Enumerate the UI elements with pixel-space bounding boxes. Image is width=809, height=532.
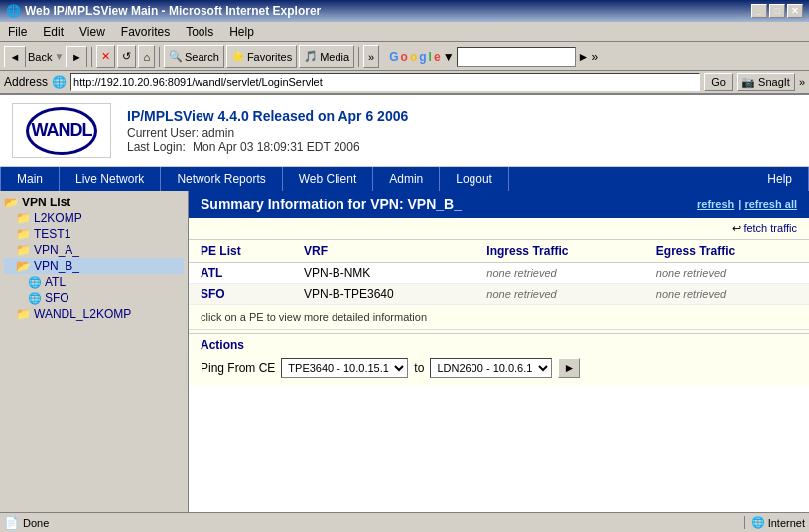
main-content: 📂 VPN List 📁 L2KOMP 📁 TEST1 📁 VPN_A_ 📂 V… (0, 191, 809, 512)
window-title: Web IP/MPLSView Main - Microsoft Interne… (25, 4, 321, 18)
zone-icon: 🌐 (751, 516, 765, 529)
refresh-all-link[interactable]: refresh all (744, 199, 797, 210)
sidebar: 📂 VPN List 📁 L2KOMP 📁 TEST1 📁 VPN_A_ 📂 V… (0, 191, 189, 512)
sidebar-item-l2komp[interactable]: 📁 L2KOMP (4, 210, 184, 226)
home-button[interactable]: ⌂ (138, 45, 155, 68)
sidebar-item-atl[interactable]: 🌐 ATL (4, 274, 184, 290)
nav-bar: Main Live Network Network Reports Web Cl… (0, 167, 809, 191)
refresh-button[interactable]: ↺ (117, 45, 136, 68)
last-login-row: Last Login: Mon Apr 03 18:09:31 EDT 2006 (127, 140, 408, 154)
nav-web-client[interactable]: Web Client (283, 167, 373, 191)
menu-favorites[interactable]: Favorites (117, 25, 174, 39)
vrf-sfo: VPN-B-TPE3640 (292, 284, 474, 305)
app-header: WANDL IP/MPLSView 4.4.0 Released on Apr … (0, 95, 809, 167)
atl-label: ATL (45, 275, 66, 289)
sidebar-item-vpn-a[interactable]: 📁 VPN_A_ (4, 242, 184, 258)
folder-icon-4: 📁 (16, 307, 31, 321)
table-row: ATL VPN-B-NMK none retrieved none retrie… (189, 263, 809, 284)
pe-sfo-link[interactable]: SFO (201, 287, 225, 301)
menu-tools[interactable]: Tools (182, 25, 217, 39)
refresh-icon: ↺ (122, 50, 131, 63)
back-arrow-icon: ▼ (54, 51, 64, 62)
options-icon[interactable]: » (799, 76, 805, 88)
folder-icon-2: 📁 (16, 227, 31, 241)
search-button[interactable]: 🔍 Search (164, 45, 224, 68)
sidebar-item-test1[interactable]: 📁 TEST1 (4, 226, 184, 242)
back-label[interactable]: Back (28, 51, 52, 63)
refresh-link[interactable]: refresh (697, 199, 734, 210)
menu-bar: File Edit View Favorites Tools Help (0, 22, 809, 42)
menu-view[interactable]: View (75, 25, 109, 39)
from-ce-select[interactable]: TPE3640 - 10.0.15.1 (281, 358, 408, 378)
wandl-logo: WANDL (12, 103, 111, 158)
google-search-input[interactable] (457, 47, 576, 66)
search-label: Search (185, 51, 219, 63)
menu-edit[interactable]: Edit (39, 25, 67, 39)
vpn-b-label: VPN_B_ (34, 259, 79, 273)
data-table: PE List VRF Ingress Traffic Egress Traff… (189, 240, 809, 305)
google-label-3: o (410, 50, 417, 64)
media-button[interactable]: 🎵 Media (299, 45, 354, 68)
content-area: Summary Information for VPN: VPN_B_ refr… (189, 191, 809, 512)
to-label: to (414, 361, 424, 375)
egress-atl: none retrieved (656, 267, 726, 279)
nav-help[interactable]: Help (751, 167, 809, 191)
fetch-traffic-link[interactable]: fetch traffic (743, 222, 797, 234)
status-bar: 📄 Done 🌐 Internet (0, 512, 809, 532)
google-label-5: l (429, 50, 432, 64)
links-button[interactable]: » (363, 45, 379, 68)
folder-icon: 📁 (16, 211, 31, 225)
to-ce-select[interactable]: LDN2600 - 10.0.6.1 (430, 358, 552, 378)
google-options-icon[interactable]: » (591, 50, 598, 64)
close-button[interactable]: ✕ (787, 4, 803, 18)
go-button[interactable]: Go (704, 73, 733, 91)
sidebar-item-wandl-l2komp[interactable]: 📁 WANDL_L2KOMP (4, 306, 184, 322)
toolbar-sep-2 (159, 47, 160, 66)
test1-label: TEST1 (34, 227, 70, 241)
forward-button[interactable]: ► (66, 46, 87, 67)
link-separator: | (738, 199, 741, 210)
window-controls[interactable]: _ □ ✕ (751, 4, 803, 18)
status-page-icon: 📄 (4, 516, 19, 530)
favorites-button[interactable]: ⭐ Favorites (226, 45, 297, 68)
folder-icon-3: 📁 (16, 243, 31, 257)
refresh-links: refresh | refresh all (697, 199, 797, 210)
last-login-value: Mon Apr 03 18:09:31 EDT 2006 (193, 140, 360, 154)
maximize-button[interactable]: □ (769, 4, 785, 18)
globe-icon-sfo: 🌐 (28, 292, 42, 305)
menu-help[interactable]: Help (225, 25, 258, 39)
menu-file[interactable]: File (4, 25, 31, 39)
status-left: 📄 Done (4, 516, 741, 530)
col-egress: Egress Traffic (644, 240, 809, 263)
sidebar-item-sfo[interactable]: 🌐 SFO (4, 290, 184, 306)
pe-atl-link[interactable]: ATL (201, 266, 222, 280)
star-icon: ⭐ (231, 50, 245, 63)
google-go-icon[interactable]: ► (578, 50, 590, 64)
search-icon: 🔍 (169, 50, 183, 63)
wandl-l2komp-label: WANDL_L2KOMP (34, 307, 131, 321)
window-titlebar: 🌐 Web IP/MPLSView Main - Microsoft Inter… (0, 0, 809, 22)
google-search: Google ▼ ► » (389, 47, 598, 66)
ingress-sfo: none retrieved (486, 288, 556, 300)
address-input[interactable] (70, 73, 700, 91)
nav-main[interactable]: Main (0, 167, 60, 191)
snagit-button[interactable]: 📷 SnagIt (737, 73, 795, 91)
ingress-atl: none retrieved (486, 267, 556, 279)
current-user-row: Current User: admin (127, 126, 408, 140)
nav-live-network[interactable]: Live Network (60, 167, 161, 191)
nav-admin[interactable]: Admin (373, 167, 440, 191)
col-pe-list: PE List (189, 240, 292, 263)
ping-go-button[interactable]: ► (558, 358, 580, 378)
root-folder-icon: 📂 (4, 196, 19, 209)
folder-open-icon: 📂 (16, 259, 31, 273)
stop-button[interactable]: ✕ (96, 45, 115, 68)
google-label-4: g (419, 50, 426, 64)
nav-network-reports[interactable]: Network Reports (161, 167, 282, 191)
status-right: 🌐 Internet (744, 516, 805, 529)
sidebar-item-vpn-b[interactable]: 📂 VPN_B_ (4, 258, 184, 274)
media-label: Media (320, 51, 349, 63)
current-user-value: admin (202, 126, 234, 140)
minimize-button[interactable]: _ (751, 4, 767, 18)
nav-logout[interactable]: Logout (440, 167, 509, 191)
back-button[interactable]: ◄ (4, 46, 26, 67)
